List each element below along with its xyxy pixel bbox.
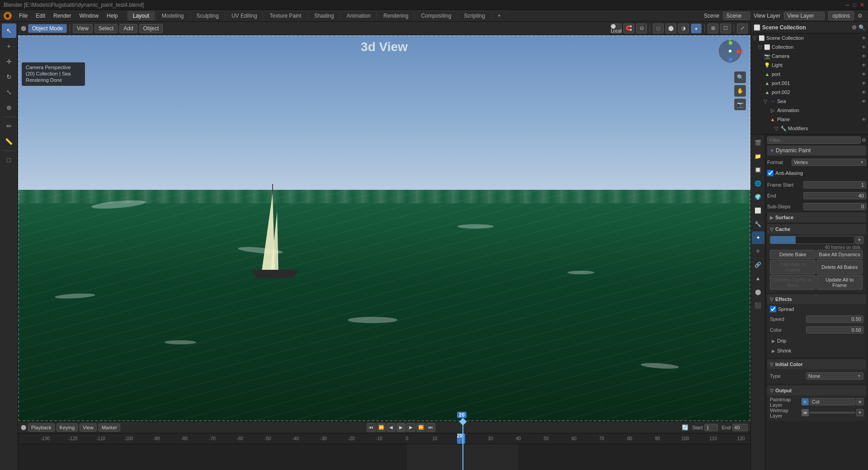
tab-add[interactable]: + [492, 11, 507, 20]
blender-logo[interactable] [2, 10, 14, 22]
outliner-search-icon[interactable]: 🔍 [859, 24, 865, 31]
prop-tab-constraints[interactable]: 🔗 [752, 258, 764, 271]
outliner-item-sea[interactable]: ▽ ~ Sea 👁 [751, 97, 868, 106]
tab-sculpting[interactable]: Sculpting [191, 11, 225, 20]
cache-section-header[interactable]: ▽ Cache [767, 224, 866, 234]
xray-btn[interactable]: ☐ [720, 24, 731, 33]
paintmap-layer-remove-btn[interactable]: ✕ [856, 398, 863, 405]
outliner-item-collection[interactable]: ▽ ⬜ Collection 👁 [751, 42, 868, 52]
anti-aliasing-checkbox[interactable] [767, 170, 774, 176]
menu-help[interactable]: Help [103, 12, 122, 20]
prev-keyframe-btn[interactable]: ⏪ [377, 423, 386, 432]
paintmap-layer-value[interactable]: Col [810, 398, 855, 405]
add-btn[interactable]: Add [119, 24, 137, 33]
prop-tab-render[interactable]: 🎬 [752, 136, 764, 149]
bake-all-dynamics-btn[interactable]: Bake All Dynamics [816, 250, 862, 259]
delete-all-bakes-btn[interactable]: Delete All Bakes [816, 260, 862, 274]
step-forward-btn[interactable]: ▶ [406, 423, 415, 432]
end-frame-input[interactable] [732, 424, 748, 431]
tab-texture-paint[interactable]: Texture Paint [264, 11, 307, 20]
tab-shading[interactable]: Shading [308, 11, 340, 20]
tab-animation[interactable]: Animation [341, 11, 377, 20]
spread-checkbox[interactable] [770, 306, 776, 312]
tool-scale[interactable]: ⤡ [2, 85, 16, 99]
zoom-to-fit-icon[interactable]: 🔍 [734, 71, 746, 83]
material-preview-btn[interactable]: ◑ [678, 24, 689, 33]
tab-modeling[interactable]: Modeling [156, 11, 190, 20]
properties-search-icon[interactable]: ⚙ [862, 137, 866, 143]
tab-compositing[interactable]: Compositing [415, 11, 457, 20]
visibility-plane[interactable]: 👁 [862, 117, 866, 122]
shrink-row[interactable]: ▶ Shrink [770, 346, 863, 356]
menu-file[interactable]: File [15, 12, 31, 20]
outliner-item-scene-collection[interactable]: ▽ ⬜ Scene Collection 👁 [751, 33, 868, 42]
current-cache-to-bake-btn[interactable]: Current Cache to Bake [770, 275, 816, 290]
initial-color-type-select[interactable]: None ▼ [806, 372, 863, 380]
maximize-btn[interactable]: □ [853, 2, 856, 8]
viewport-3d[interactable]: 3d View Camera Perspective (20) Collecti… [18, 35, 750, 421]
options-button[interactable]: options [828, 11, 854, 20]
wetmap-layer-add-btn[interactable]: + [856, 409, 863, 416]
effects-section-header[interactable]: ▽ Effects [767, 294, 866, 304]
frame-start-value[interactable]: 1 [803, 181, 866, 188]
step-back-btn[interactable]: ◀ [387, 423, 396, 432]
outliner-item-port-001[interactable]: ▲ port.001 👁 [751, 79, 868, 88]
tab-layout[interactable]: Layout [127, 11, 155, 20]
viewport-overlays-btn[interactable]: ⊞ [708, 24, 718, 33]
update-all-to-frame-btn[interactable]: Update All to Frame [816, 275, 862, 290]
initial-color-header[interactable]: ▽ Initial Color [767, 359, 866, 369]
tab-uv-editing[interactable]: UV Editing [226, 11, 263, 20]
jump-to-end-btn[interactable]: ⏭ [426, 423, 435, 432]
sync-icon[interactable]: 🔄 [682, 424, 689, 431]
view-btn[interactable]: View [73, 24, 93, 33]
properties-search-input[interactable] [767, 136, 861, 144]
filter-icon[interactable]: ⚙ [858, 13, 863, 19]
prop-tab-data[interactable]: ▲ [752, 272, 764, 285]
prop-tab-object[interactable]: ⬜ [752, 204, 764, 217]
tool-select[interactable]: ↖ [2, 24, 16, 38]
prop-tab-particles[interactable]: ✦ [752, 231, 764, 244]
close-btn[interactable]: ✕ [860, 2, 864, 8]
tab-rendering[interactable]: Rendering [377, 11, 414, 20]
visibility-port-002[interactable]: 👁 [862, 90, 866, 95]
outliner-item-plane[interactable]: ▲ Plane 👁 [751, 115, 868, 124]
outliner-item-modifiers[interactable]: ▽ 🔧 Modifiers [751, 124, 868, 133]
tool-annotate[interactable]: ✏ [2, 119, 16, 133]
wetmap-layer-value[interactable] [810, 412, 855, 414]
next-keyframe-btn[interactable]: ⏩ [416, 423, 425, 432]
prop-tab-texture[interactable]: ⬛ [752, 299, 764, 312]
outliner-filter-icon[interactable]: ⚙ [852, 24, 857, 31]
end-value[interactable]: 40 [803, 192, 866, 199]
keying-btn[interactable]: Keying [57, 423, 78, 432]
prop-tab-world[interactable]: 🌍 [752, 191, 764, 203]
visibility-scene-collection[interactable]: 👁 [862, 36, 866, 41]
minimize-btn[interactable]: ─ [845, 2, 849, 8]
tool-rotate[interactable]: ↻ [2, 70, 16, 84]
play-btn[interactable]: ▶ [396, 423, 406, 432]
timeline-track-area[interactable]: 20 [18, 444, 750, 470]
menu-render[interactable]: Render [50, 12, 75, 20]
spread-color-value[interactable]: 0.50 [806, 326, 863, 334]
object-mode-btn[interactable]: Object Mode [28, 24, 67, 33]
visibility-sea[interactable]: 👁 [862, 99, 866, 104]
viewport-gizmo[interactable]: X Y Z [719, 40, 746, 67]
view-layer-input[interactable] [784, 12, 825, 20]
spread-speed-value[interactable]: 0.50 [806, 315, 863, 323]
fullscreen-btn[interactable]: ⤢ [737, 24, 748, 33]
global-local-btn[interactable]: ⬤ Local [611, 24, 622, 33]
outliner-item-light[interactable]: 💡 Light 👁 [751, 61, 868, 70]
sub-steps-value[interactable]: 0 [803, 203, 866, 210]
output-section-header[interactable]: ▽ Output [767, 385, 866, 395]
marker-btn[interactable]: Marker [99, 423, 120, 432]
prop-tab-physics[interactable]: ⚛ [752, 245, 764, 258]
outliner-item-port[interactable]: ▲ port 👁 [751, 70, 868, 79]
tool-measure[interactable]: 📏 [2, 134, 16, 149]
scene-input[interactable] [723, 12, 750, 20]
start-frame-input[interactable] [704, 424, 718, 431]
tool-move[interactable]: ✛ [2, 54, 16, 69]
camera-view-icon[interactable]: 📷 [734, 99, 746, 110]
visibility-collection[interactable]: 👁 [862, 45, 866, 50]
timeline-view-btn[interactable]: View [80, 423, 97, 432]
visibility-port[interactable]: 👁 [862, 72, 866, 77]
menu-edit[interactable]: Edit [32, 12, 49, 20]
